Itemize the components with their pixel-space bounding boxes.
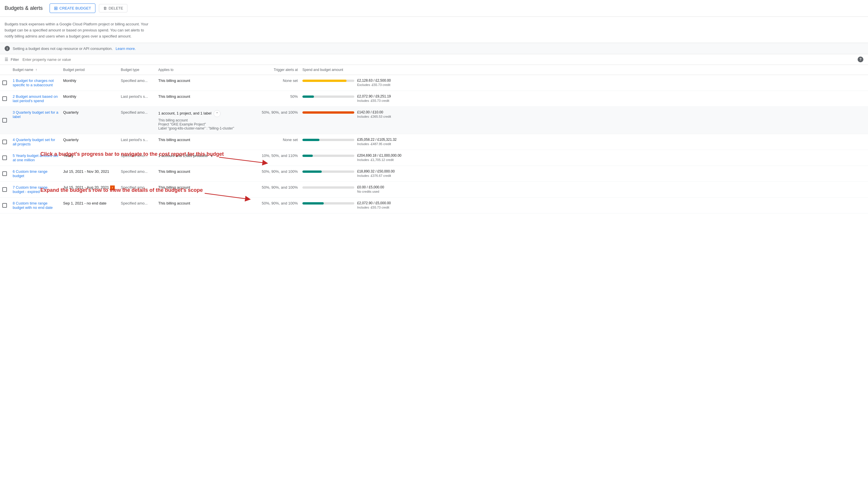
dropdown-icon[interactable]: ▼ [210,154,214,158]
filter-icon: ☰ [5,57,8,62]
row-trigger: 50%, 90%, and 100% [254,182,300,198]
progress-fill [302,155,313,157]
row-check [0,166,11,182]
progress-fill [302,139,319,141]
period-text: Jul 15, 2021 - Aug 20, 2021 [63,185,109,189]
checkbox[interactable] [2,96,7,101]
row-type: Specified amo... [119,107,156,134]
table-row: 6 Custom time range budget Jul 15, 2021 … [0,166,868,182]
progress-bar[interactable] [302,80,354,82]
budget-name-link[interactable]: 8 Custom time range budget with no end d… [13,201,53,210]
description-text: Budgets track expenses within a Google C… [0,17,156,43]
row-applies: This billing account [156,166,254,182]
row-trigger: 50%, 90%, and 100% [254,166,300,182]
progress-fill [302,80,347,82]
row-check [0,75,11,91]
checkbox[interactable] [2,81,7,85]
checkbox[interactable] [2,140,7,144]
checkbox[interactable] [2,118,7,123]
checkbox[interactable] [2,203,7,208]
page-title: Budgets & alerts [5,5,43,11]
row-spend: £18,890.32 / £50,000.00 Includes -£376.6… [300,166,868,182]
header-check [0,65,11,75]
row-applies: This billing account [156,198,254,214]
budget-name-link[interactable]: 3 Quarterly budget set for a label [13,110,58,119]
amount-text: £0.00 / £5,000.00 [357,185,384,189]
header-name[interactable]: Budget name ↑ [11,65,61,75]
row-period: Yearly [61,150,119,166]
progress-bar[interactable] [302,96,354,98]
header-period: Budget period [61,65,119,75]
row-type: Last period's s... [119,91,156,107]
amount-text: £142.00 / £10.00 [357,110,391,114]
period-text: Yearly [63,153,73,158]
row-check [0,182,11,198]
row-type: Specified amo... [119,75,156,91]
row-applies: 1 account, 1 project, and 1 label ⌃This … [156,107,254,134]
progress-fill [302,96,314,98]
filter-bar: ☰ Filter ? [0,54,868,65]
progress-fill [302,170,322,173]
budget-name-link[interactable]: 4 Quarterly budget set for all projects [13,138,55,146]
table-row: 1 Budget for charges not specific to a s… [0,75,868,91]
row-name: 6 Custom time range budget [11,166,61,182]
row-period: Jul 15, 2021 - Aug 20, 2021 ! [61,182,119,198]
row-spend: £142.00 / £10.00 Includes -£365.53 credi… [300,107,868,134]
row-applies: This billing account [156,134,254,150]
row-check [0,150,11,166]
row-spend: £204,690.18 / £1,000,000.00 Includes -£1… [300,150,868,166]
filter-input[interactable] [22,57,855,62]
budget-name-link[interactable]: 2 Budget amount based on last period's s… [13,94,58,103]
checkbox[interactable] [2,187,7,192]
expand-collapse-button[interactable]: ⌃ [214,110,220,117]
budget-name-link[interactable]: 5 Yearly budget amount set at one millio… [13,153,58,162]
progress-bar[interactable] [302,170,354,173]
checkbox[interactable] [2,171,7,176]
row-trigger: 50%, 90%, and 100% [254,198,300,214]
progress-bar[interactable] [302,112,354,114]
table-header-row: Budget name ↑ Budget period Budget type … [0,65,868,75]
amount-sub: Includes -£1,705.12 credit [357,158,401,161]
table-row: 7 Custom time range budget - expired Jul… [0,182,868,198]
help-icon[interactable]: ? [857,56,863,62]
row-trigger: None set [254,75,300,91]
expired-icon[interactable]: ! [110,186,115,190]
amount-sub: Includes -£55.73 credit [357,206,391,209]
progress-bar[interactable] [302,186,354,189]
budgets-table: Budget name ↑ Budget period Budget type … [0,65,868,214]
progress-bar[interactable] [302,155,354,157]
row-trigger: 50%, 90%, and 100% [254,107,300,134]
row-name: 1 Budget for charges not specific to a s… [11,75,61,91]
amount-sub: Includes -£487.95 credit [357,142,397,146]
header-spend: Spend and budget amount [300,65,868,75]
row-spend: £2,128.63 / £2,500.00 Excludes -£55.73 c… [300,75,868,91]
row-period: Jul 15, 2021 - Nov 30, 2021 [61,166,119,182]
table-row: 5 Yearly budget amount set at one millio… [0,150,868,166]
progress-bar[interactable] [302,139,354,141]
amount-sub: No credits used [357,190,384,193]
create-budget-button[interactable]: ⊞ CREATE BUDGET [50,3,95,13]
row-period: Quarterly [61,134,119,150]
period-text: Jul 15, 2021 - Nov 30, 2021 [63,169,109,174]
row-spend: £0.00 / £5,000.00 No credits used [300,182,868,198]
page-header: Budgets & alerts ⊞ CREATE BUDGET 🗑 DELET… [0,0,868,17]
row-check [0,107,11,134]
amount-text: £204,690.18 / £1,000,000.00 [357,153,401,157]
delete-button[interactable]: 🗑 DELETE [99,4,128,12]
progress-bar[interactable] [302,202,354,205]
budget-name-link[interactable]: 6 Custom time range budget [13,169,48,178]
sort-icon: ↑ [35,68,37,72]
row-period: Quarterly [61,107,119,134]
period-text: Quarterly [63,110,78,115]
row-period: Monthly [61,75,119,91]
row-spend: £2,072.90 / £9,251.19 Includes -£55.73 c… [300,91,868,107]
budget-name-link[interactable]: 7 Custom time range budget - expired [13,185,48,194]
learn-more-link[interactable]: Learn more. [116,47,136,51]
trash-icon: 🗑 [103,6,107,11]
amount-sub: Includes -£376.67 credit [357,174,395,177]
row-name: 5 Yearly budget amount set at one millio… [11,150,61,166]
amount-text: £18,890.32 / £50,000.00 [357,169,395,173]
budget-name-link[interactable]: 1 Budget for charges not specific to a s… [13,79,54,87]
checkbox[interactable] [2,155,7,160]
amount-text: £2,072.90 / £9,251.19 [357,94,391,98]
